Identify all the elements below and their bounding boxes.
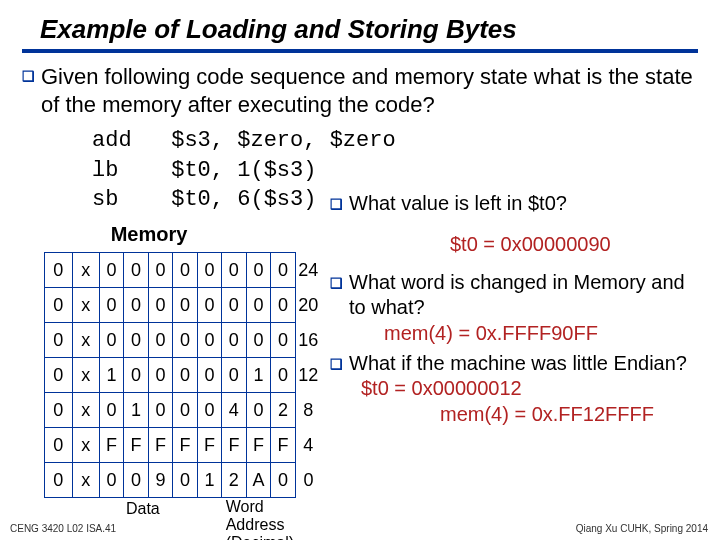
mem-cell: 4 [222, 393, 246, 428]
memory-table: 0x00000000240x00000000200x00000000160x10… [44, 252, 322, 498]
question-1: What value is left in $t0? [349, 191, 567, 216]
word-address-label: WordAddress (Decimal) [226, 498, 322, 540]
mem-cell: 0 [246, 393, 271, 428]
mem-cell: 0 [45, 323, 73, 358]
bullet-icon: ❑ [330, 270, 343, 296]
mem-cell: F [271, 428, 295, 463]
bullet-icon: ❑ [22, 63, 35, 89]
mem-cell: 0 [173, 393, 197, 428]
footer-left: CENG 3420 L02 ISA.41 [10, 523, 116, 534]
bullet-icon: ❑ [330, 191, 343, 217]
mem-cell: 0 [45, 253, 73, 288]
mem-address: 24 [295, 253, 321, 288]
mem-cell: 0 [271, 253, 295, 288]
mem-cell: 0 [45, 288, 73, 323]
answer-3b: mem(4) = 0x.FF12FFFF [440, 403, 698, 426]
mem-cell: 0 [197, 323, 221, 358]
mem-cell: x [72, 253, 99, 288]
mem-cell: 0 [246, 253, 271, 288]
mem-cell: 0 [173, 463, 197, 498]
mem-cell: 0 [271, 323, 295, 358]
question-3-text: What if the machine was little Endian? [349, 352, 687, 374]
mem-cell: 0 [197, 253, 221, 288]
mem-cell: F [246, 428, 271, 463]
mem-address: 0 [295, 463, 321, 498]
mem-cell: 0 [124, 323, 148, 358]
mem-cell: 0 [124, 288, 148, 323]
answer-3a: $t0 = 0x00000012 [361, 377, 522, 399]
mem-cell: 0 [271, 288, 295, 323]
mem-cell: 0 [271, 358, 295, 393]
mem-cell: 0 [222, 358, 246, 393]
mem-cell: 1 [197, 463, 221, 498]
mem-cell: 0 [124, 253, 148, 288]
mem-address: 8 [295, 393, 321, 428]
mem-cell: 0 [45, 428, 73, 463]
mem-cell: 0 [246, 288, 271, 323]
data-label: Data [66, 500, 220, 540]
footer-right: Qiang Xu CUHK, Spring 2014 [576, 523, 708, 534]
mem-cell: 0 [222, 323, 246, 358]
memory-heading: Memory [44, 223, 254, 246]
mem-cell: 0 [45, 463, 73, 498]
mem-cell: F [99, 428, 123, 463]
mem-cell: 0 [99, 463, 123, 498]
mem-cell: 0 [148, 323, 172, 358]
mem-cell: 0 [197, 358, 221, 393]
mem-cell: 0 [197, 288, 221, 323]
mem-cell: 0 [148, 288, 172, 323]
title-rule [22, 49, 698, 53]
mem-cell: x [72, 358, 99, 393]
mem-address: 20 [295, 288, 321, 323]
mem-cell: F [148, 428, 172, 463]
mem-cell: 0 [99, 253, 123, 288]
question-3: What if the machine was little Endian? $… [349, 351, 698, 401]
mem-cell: 1 [99, 358, 123, 393]
answer-1: $t0 = 0x00000090 [450, 233, 698, 256]
mem-cell: 0 [197, 393, 221, 428]
mem-cell: 0 [148, 253, 172, 288]
mem-address: 4 [295, 428, 321, 463]
mem-cell: A [246, 463, 271, 498]
mem-cell: 2 [271, 393, 295, 428]
mem-cell: 2 [222, 463, 246, 498]
mem-cell: F [222, 428, 246, 463]
mem-cell: 0 [99, 393, 123, 428]
mem-address: 12 [295, 358, 321, 393]
question-2: What word is changed in Memory and to wh… [349, 270, 698, 320]
mem-cell: 0 [173, 358, 197, 393]
mem-cell: 0 [246, 323, 271, 358]
mem-cell: x [72, 428, 99, 463]
mem-cell: 1 [246, 358, 271, 393]
mem-cell: x [72, 463, 99, 498]
mem-cell: 0 [222, 253, 246, 288]
mem-cell: F [124, 428, 148, 463]
mem-cell: F [197, 428, 221, 463]
mem-cell: 0 [124, 463, 148, 498]
mem-cell: 0 [45, 393, 73, 428]
mem-cell: 0 [173, 288, 197, 323]
mem-cell: 0 [124, 358, 148, 393]
bullet-icon: ❑ [330, 351, 343, 377]
mem-cell: 0 [148, 393, 172, 428]
mem-cell: 0 [148, 358, 172, 393]
mem-cell: x [72, 288, 99, 323]
mem-address: 16 [295, 323, 321, 358]
mem-cell: 9 [148, 463, 172, 498]
mem-cell: x [72, 323, 99, 358]
mem-cell: 0 [222, 288, 246, 323]
mem-cell: 0 [99, 323, 123, 358]
mem-cell: 0 [271, 463, 295, 498]
mem-cell: 1 [124, 393, 148, 428]
answer-2: mem(4) = 0x.FFFF90FF [384, 322, 698, 345]
mem-cell: F [173, 428, 197, 463]
mem-cell: 0 [99, 288, 123, 323]
mem-cell: 0 [173, 323, 197, 358]
intro-row: ❑ Given following code sequence and memo… [22, 63, 698, 118]
mem-cell: x [72, 393, 99, 428]
intro-text: Given following code sequence and memory… [41, 63, 698, 118]
mem-cell: 0 [45, 358, 73, 393]
mem-cell: 0 [173, 253, 197, 288]
slide-title: Example of Loading and Storing Bytes [40, 14, 698, 45]
